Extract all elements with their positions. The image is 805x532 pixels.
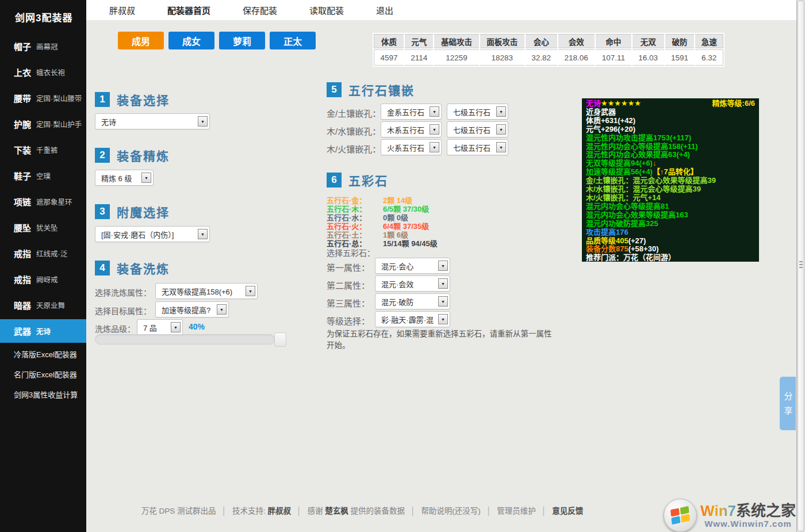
chevron-down-icon: ▼: [171, 322, 181, 332]
sidebar-item-hat[interactable]: 帽子画幕冠: [0, 33, 86, 59]
scrollbar-grip: [799, 261, 803, 268]
tooltip-line: 混元内功会心效果等级提高163: [586, 211, 755, 220]
stat-value: 16.03: [632, 49, 664, 66]
sidebar-item-ring1[interactable]: 戒指红线戒·泛: [0, 240, 86, 266]
attr1-label: 第一属性：: [327, 261, 370, 273]
wash-slider-handle[interactable]: [274, 332, 286, 347]
page-scrollbar[interactable]: [796, 0, 805, 532]
sidebar-item-ring2[interactable]: 戒指阙岈戒: [0, 266, 86, 292]
tooltip-line: 混元性内功会心等级提高158(+11): [586, 143, 755, 151]
level-select[interactable]: 彩·融天·霹雳·混 ▼: [375, 311, 450, 327]
refine-level-select[interactable]: 精炼 6 级 ▼: [95, 170, 154, 186]
down-arrow-icon: ↓: [653, 159, 657, 167]
grade7-convert-tag: 【↑7品转化】: [653, 167, 698, 176]
target-attr-select[interactable]: 加速等级提高? ▼: [155, 301, 229, 317]
gender-female-button[interactable]: 成女: [168, 32, 214, 49]
section-5-header: 5 五行石镶嵌: [327, 81, 415, 98]
nav-home[interactable]: 配装器首页: [167, 4, 210, 16]
tooltip-line: 加速等级提高56(+4)【↑7品转化】: [586, 168, 755, 177]
sidebar-item-necklace[interactable]: 项链遮那象星环: [0, 189, 86, 215]
socket1-type-select[interactable]: 金系五行石 ▼: [381, 104, 442, 120]
attr3-select[interactable]: 混元·破防 ▼: [375, 293, 450, 309]
nav-save[interactable]: 保存配装: [243, 4, 277, 16]
attr3-label: 第三属性：: [327, 297, 370, 309]
sidebar-link-excel1[interactable]: 冷落版Excel配装器: [0, 344, 86, 364]
weapon-name: 无诗: [586, 99, 601, 108]
section-title: 装备精炼: [117, 147, 170, 164]
app-title: 剑网3配装器: [0, 0, 86, 33]
chevron-down-icon: ▼: [438, 261, 448, 271]
socket1-level-select[interactable]: 七级五行石 ▼: [447, 104, 508, 120]
sidebar-link-calc[interactable]: 剑网3属性收益计算: [0, 384, 86, 404]
wash-progress-track[interactable]: [95, 334, 275, 345]
section-number: 2: [95, 148, 110, 163]
footer-link-admin[interactable]: 管理员维护: [497, 507, 536, 515]
footer-link-feedback[interactable]: 意见反馈: [552, 507, 583, 515]
tooltip-socket-line: 木/水镶嵌孔：混元会心等级提高39: [586, 185, 755, 194]
section-title: 附魔选择: [117, 203, 170, 220]
socket3-level-select[interactable]: 七级五行石 ▼: [447, 139, 508, 155]
wash-attr-select[interactable]: 无双等级提高158(+6) ▼: [155, 283, 258, 299]
enchant-select[interactable]: [固·安戎·磨石（内伤）] ▼: [95, 226, 210, 242]
stat-header: 无双: [632, 34, 664, 48]
sidebar-item-hidden-weapon[interactable]: 暗器天原业舞: [0, 292, 86, 318]
stat-value: 4597: [374, 49, 404, 66]
section-2-header: 2 装备精炼: [95, 147, 170, 164]
gender-button-row: 成男 成女 萝莉 正太: [118, 32, 316, 49]
gender-loli-button[interactable]: 萝莉: [219, 32, 265, 49]
socket-wood-water-label: 木/水镶嵌孔：: [327, 125, 381, 137]
scrollbar-thumb[interactable]: [798, 1, 804, 531]
tooltip-line: 元气+296(+20): [586, 125, 755, 134]
app-screen: 剑网3配装器 帽子画幕冠 上衣蛾衣长袍 腰带定国·梨山腰带 护腕定国·梨山护手 …: [0, 0, 805, 532]
chevron-down-icon: ▼: [198, 116, 208, 127]
sidebar-item-wrist[interactable]: 护腕定国·梨山护手: [0, 111, 86, 137]
sidebar-item-weapon-active[interactable]: 武器无诗: [0, 319, 86, 343]
watermark-url: Www.Winwin7.com: [700, 519, 796, 528]
sidebar-item-pendant[interactable]: 腰坠犹关坠: [0, 215, 86, 240]
gender-boy-button[interactable]: 正太: [270, 32, 316, 49]
chevron-down-icon: ▼: [217, 304, 227, 315]
chevron-down-icon: ▼: [496, 106, 506, 117]
tooltip-line: 混元性内功攻击提高1753(+117): [586, 134, 755, 143]
sidebar-item-belt[interactable]: 腰带定国·梨山腰带: [0, 85, 86, 111]
sidebar-item-chest[interactable]: 上衣蛾衣长袍: [0, 59, 86, 85]
stat-value: 2114: [405, 49, 434, 66]
sidebar: 剑网3配装器 帽子画幕冠 上衣蛾衣长袍 腰带定国·梨山腰带 护腕定国·梨山护手 …: [0, 0, 86, 532]
section-title: 五行石镶嵌: [348, 81, 415, 98]
watermark-title: Win7系统之家: [700, 503, 796, 518]
wash-grade-select[interactable]: 7 品 ▼: [137, 319, 183, 335]
weapon-type: 近身武器: [586, 108, 755, 117]
nav-logout[interactable]: 退出: [376, 4, 393, 16]
socket2-level-select[interactable]: 七级五行石 ▼: [447, 121, 508, 137]
footer-link-chuxuanfeng[interactable]: 楚玄枫: [325, 507, 348, 515]
nav-pangshushu[interactable]: 胖叔叔: [109, 4, 135, 16]
sidebar-link-excel2[interactable]: 名门版Excel配装器: [0, 364, 86, 384]
footer-link-pangshushu[interactable]: 胖叔叔: [267, 507, 291, 515]
gender-male-button[interactable]: 成男: [118, 32, 164, 49]
sidebar-item-pants[interactable]: 下装千重裤: [0, 137, 86, 163]
section-title: 装备洗炼: [117, 259, 170, 277]
chevron-down-icon: ▼: [438, 296, 448, 307]
attr1-select[interactable]: 混元·会心 ▼: [375, 258, 450, 274]
chevron-down-icon: ▼: [496, 142, 506, 152]
socket3-type-select[interactable]: 火系五行石 ▼: [381, 139, 442, 155]
section-number: 6: [327, 173, 342, 187]
target-attr-label: 选择目标属性：: [95, 305, 151, 316]
chevron-down-icon: ▼: [496, 124, 506, 135]
tooltip-socket-line: 木/火镶嵌孔：元气+14: [586, 194, 755, 202]
wash-attr-label: 选择洗炼属性：: [95, 286, 151, 298]
nav-load[interactable]: 读取配装: [309, 4, 344, 16]
tooltip-score-line: 装备分数875(+58+30): [586, 245, 755, 254]
footer-link-help[interactable]: 帮助说明(还没写): [421, 507, 481, 515]
section-number: 5: [327, 82, 342, 97]
attr2-label: 第二属性：: [327, 279, 370, 291]
stat-header: 体质: [374, 34, 404, 48]
share-button[interactable]: 分享: [780, 377, 796, 430]
equipment-select[interactable]: 无诗 ▼: [95, 113, 210, 129]
sidebar-item-shoes[interactable]: 鞋子空璞: [0, 163, 86, 189]
rainbow-stone-note: 为保证五彩石存在，如果需要重新选择五彩石，请重新从第一属性开始。: [327, 328, 558, 351]
attr2-select[interactable]: 混元·会效 ▼: [375, 275, 450, 292]
chevron-down-icon: ▼: [430, 106, 439, 117]
stat-value: 218.06: [558, 49, 595, 66]
socket2-type-select[interactable]: 木系五行石 ▼: [381, 121, 442, 137]
